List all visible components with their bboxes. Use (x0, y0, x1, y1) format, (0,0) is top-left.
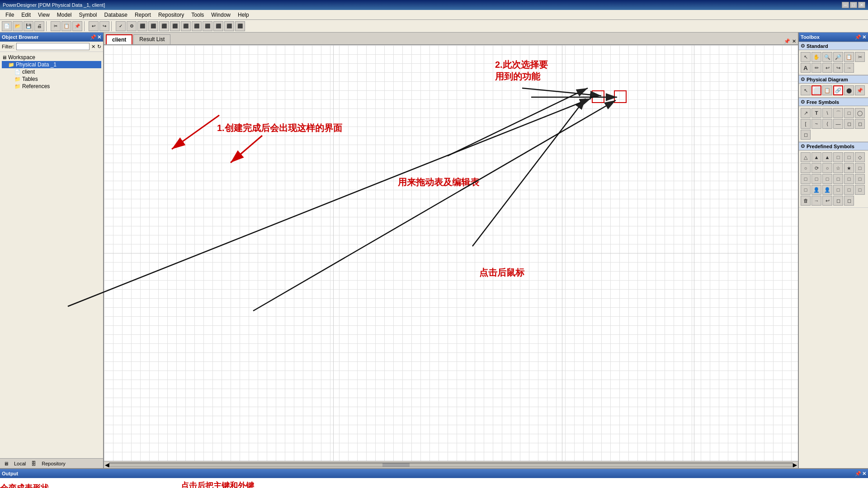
toolbar-b5[interactable]: ⬛ (181, 21, 191, 31)
tool-fs11[interactable]: ◻ (844, 119, 854, 129)
toolbox-close-icon[interactable]: ✕ (862, 34, 866, 40)
scroll-left-btn[interactable]: ◀ (105, 462, 109, 468)
section-collapse-standard[interactable]: ⊙ (801, 43, 805, 49)
toolbar-b3[interactable]: ⬛ (159, 21, 169, 31)
menu-repository[interactable]: Repository (155, 11, 188, 19)
tool-fs10[interactable]: — (833, 119, 843, 129)
section-collapse-predefsym[interactable]: ⊙ (801, 143, 805, 149)
tool-copy-std[interactable]: 📋 (844, 52, 854, 62)
toolbar-b6[interactable]: ⬛ (192, 21, 202, 31)
tree-node-physicaldata[interactable]: 📁 Physical Data _1 (2, 61, 101, 68)
tool-redo-std[interactable]: ↪ (833, 63, 843, 73)
toolbar-b1[interactable]: ⬛ (137, 21, 147, 31)
toolbar-copy[interactable]: 📋 (61, 21, 71, 31)
output-close-icon[interactable]: ✕ (862, 471, 866, 477)
tree-node-references[interactable]: 📁 References (2, 83, 101, 90)
tool-ps13[interactable]: □ (801, 174, 811, 184)
tool-ps23[interactable]: □ (844, 185, 854, 195)
tool-ps29[interactable]: ◻ (844, 196, 854, 206)
footer-repo-label[interactable]: Repository (42, 461, 66, 466)
tool-ps5[interactable]: □ (844, 152, 854, 162)
toolbar-undo[interactable]: ↩ (89, 21, 99, 31)
minimize-button[interactable]: ─ (842, 2, 849, 8)
menu-window[interactable]: Window (208, 11, 234, 19)
tool-ps4[interactable]: □ (833, 152, 843, 162)
tool-ps21[interactable]: 👤 (822, 185, 832, 195)
tool-table-create[interactable]: ⬜ (811, 85, 821, 95)
tool-pen[interactable]: ✏ (811, 63, 821, 73)
canvas-area[interactable]: 1.创建完成后会出现这样的界面 用来拖动表及编辑表 点击后鼠标 (104, 45, 798, 461)
tool-fs4[interactable]: ⌒ (833, 108, 843, 118)
tool-cut-std[interactable]: ✂ (855, 52, 865, 62)
toolbar-redo[interactable]: ↪ (99, 21, 109, 31)
tool-ps28[interactable]: ◻ (833, 196, 843, 206)
toolbar-check[interactable]: ✓ (116, 21, 126, 31)
tool-extra-physdiag[interactable]: 📌 (855, 85, 865, 95)
tool-ps2[interactable]: ▲ (811, 152, 821, 162)
toolbar-b10[interactable]: ⬛ (235, 21, 245, 31)
output-pin-icon[interactable]: 📌 (855, 471, 861, 477)
tool-undo-std[interactable]: ↩ (822, 63, 832, 73)
tool-ps3[interactable]: ▲ (822, 152, 832, 162)
tab-close-icon[interactable]: ✕ (792, 38, 796, 44)
toolbar-paste[interactable]: 📌 (72, 21, 82, 31)
toolbar-b8[interactable]: ⬛ (213, 21, 223, 31)
maximize-button[interactable]: □ (850, 2, 857, 8)
tool-ps27[interactable]: ↩ (822, 196, 832, 206)
tool-hand[interactable]: ✋ (811, 52, 821, 62)
tool-ps17[interactable]: □ (844, 174, 854, 184)
tool-ps14[interactable]: □ (811, 174, 821, 184)
tool-fs5[interactable]: □ (844, 108, 854, 118)
tool-zoom-out[interactable]: 🔎 (833, 52, 843, 62)
section-collapse-freesym[interactable]: ⊙ (801, 99, 805, 105)
tool-fs9[interactable]: ⟨ (822, 119, 832, 129)
menu-help[interactable]: Help (234, 11, 253, 19)
menu-report[interactable]: Report (131, 11, 155, 19)
tree-node-client[interactable]: 📄 client (2, 68, 101, 75)
tool-ps11[interactable]: ★ (844, 163, 854, 173)
scrollbar-track[interactable] (109, 463, 793, 467)
tool-ps24[interactable]: □ (855, 185, 865, 195)
toolbar-open[interactable]: 📂 (13, 21, 23, 31)
tool-fs2[interactable]: T (811, 108, 821, 118)
toolbar-b2[interactable]: ⬛ (148, 21, 158, 31)
tool-reference-link[interactable]: 🔗 (833, 85, 843, 95)
tree-node-workspace[interactable]: 🖥 Workspace (2, 54, 101, 61)
tool-ps20[interactable]: 👤 (811, 185, 821, 195)
tool-zoom-in[interactable]: 🔍 (822, 52, 832, 62)
toolbar-b7[interactable]: ⬛ (203, 21, 212, 31)
footer-local-label[interactable]: Local (14, 461, 26, 466)
tool-fs7[interactable]: [ (801, 119, 811, 129)
tool-pointer[interactable]: ↖ (801, 52, 811, 62)
toolbar-b4[interactable]: ⬛ (170, 21, 180, 31)
tool-ps10[interactable]: ☆ (833, 163, 843, 173)
menu-view[interactable]: View (34, 11, 53, 19)
filter-clear-icon[interactable]: ✕ (91, 44, 95, 50)
menu-model[interactable]: Model (53, 11, 75, 19)
toolbar-gen[interactable]: ⚙ (127, 21, 137, 31)
toolbar-print[interactable]: 🖨 (34, 21, 44, 31)
tool-ps22[interactable]: □ (833, 185, 843, 195)
tool-calc-col[interactable]: ⬤ (844, 85, 854, 95)
tool-fs1[interactable]: ↗ (801, 108, 811, 118)
menu-edit[interactable]: Edit (18, 11, 34, 19)
section-collapse-physdiag[interactable]: ⊙ (801, 76, 805, 82)
toolbox-pin-icon[interactable]: 📌 (855, 34, 861, 40)
scroll-right-btn[interactable]: ▶ (793, 462, 797, 468)
tool-arrow[interactable]: → (844, 63, 854, 73)
close-panel-icon[interactable]: ✕ (97, 34, 101, 40)
close-button[interactable]: ✕ (858, 2, 865, 8)
tab-result-list[interactable]: Result List (133, 34, 170, 44)
tool-ps7[interactable]: ○ (801, 163, 811, 173)
tool-ps8[interactable]: ⟳ (811, 163, 821, 173)
tool-select-physdiag[interactable]: ↖ (801, 85, 811, 95)
tab-pin-icon[interactable]: 📌 (784, 38, 790, 44)
toolbar-new[interactable]: 📄 (2, 21, 12, 31)
menu-file[interactable]: File (2, 11, 18, 19)
menu-database[interactable]: Database (101, 11, 131, 19)
tool-ps19[interactable]: □ (801, 185, 811, 195)
tab-client[interactable]: client (106, 34, 132, 44)
tool-ps18[interactable]: □ (855, 174, 865, 184)
tool-fs12[interactable]: ◻ (855, 119, 865, 129)
tool-fs6[interactable]: ◯ (855, 108, 865, 118)
